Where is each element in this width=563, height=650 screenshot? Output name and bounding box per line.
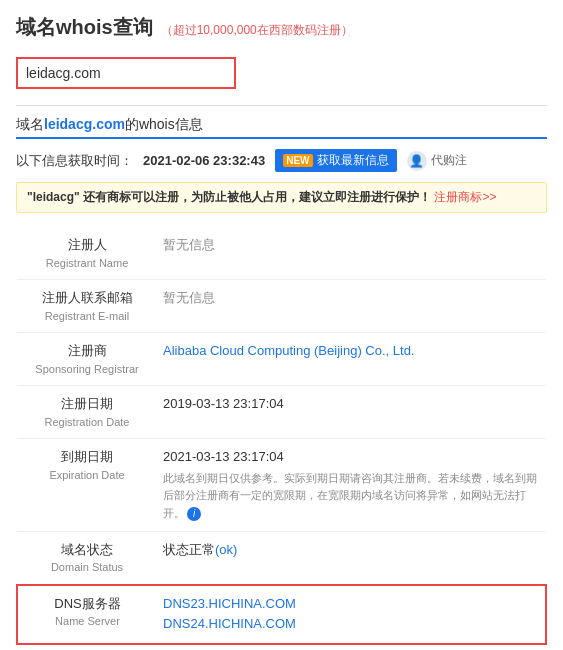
row-label: DNS服务器Name Server bbox=[17, 585, 157, 645]
row-value: 暂无信息 bbox=[157, 227, 546, 280]
table-row: 域名状态Domain Status状态正常(ok) bbox=[17, 531, 546, 585]
get-latest-btn[interactable]: NEW 获取最新信息 bbox=[275, 149, 396, 172]
table-row: 注册商Sponsoring RegistrarAlibaba Cloud Com… bbox=[17, 333, 546, 386]
row-label: 注册人Registrant Name bbox=[17, 227, 157, 280]
dns-link[interactable]: DNS23.HICHINA.COM bbox=[163, 594, 539, 615]
page-container: 域名whois查询 （超过10,000,000在西部数码注册） 域名leidac… bbox=[0, 0, 563, 650]
registrar-link[interactable]: Alibaba Cloud Computing (Beijing) Co., L… bbox=[163, 343, 414, 358]
info-icon[interactable]: i bbox=[187, 507, 201, 521]
table-row: 注册人Registrant Name暂无信息 bbox=[17, 227, 546, 280]
agent-row[interactable]: 👤 代购注 bbox=[407, 151, 467, 171]
new-badge: NEW bbox=[283, 154, 312, 167]
row-label: 注册日期Registration Date bbox=[17, 386, 157, 439]
trademark-text: "leidacg" 还有商标可以注册，为防止被他人占用，建议立即注册进行保护！ bbox=[27, 190, 431, 204]
expiry-note: 此域名到期日仅供参考。实际到期日期请咨询其注册商。若未续费，域名到期后部分注册商… bbox=[163, 470, 540, 523]
get-latest-label: 获取最新信息 bbox=[317, 152, 389, 169]
divider bbox=[16, 105, 547, 106]
search-input[interactable] bbox=[26, 65, 226, 81]
search-box[interactable] bbox=[16, 57, 236, 89]
trademark-link[interactable]: 注册商标>> bbox=[434, 190, 496, 204]
fetch-time: 2021-02-06 23:32:43 bbox=[143, 153, 265, 168]
whois-table: 注册人Registrant Name暂无信息注册人联系邮箱Registrant … bbox=[16, 227, 547, 645]
section-title: 域名leidacg.com的whois信息 bbox=[16, 116, 547, 139]
row-value: DNS23.HICHINA.COMDNS24.HICHINA.COM bbox=[157, 585, 546, 645]
status-ok: (ok) bbox=[215, 542, 237, 557]
dns-link[interactable]: DNS24.HICHINA.COM bbox=[163, 614, 539, 635]
row-value: 2021-03-13 23:17:04此域名到期日仅供参考。实际到期日期请咨询其… bbox=[157, 439, 546, 532]
title-row: 域名whois查询 （超过10,000,000在西部数码注册） bbox=[16, 14, 547, 41]
row-value: Alibaba Cloud Computing (Beijing) Co., L… bbox=[157, 333, 546, 386]
page-title: 域名whois查询 bbox=[16, 14, 153, 41]
row-label: 域名状态Domain Status bbox=[17, 531, 157, 585]
agent-icon: 👤 bbox=[407, 151, 427, 171]
fetch-label: 以下信息获取时间： bbox=[16, 152, 133, 170]
row-value: 状态正常(ok) bbox=[157, 531, 546, 585]
agent-label: 代购注 bbox=[431, 152, 467, 169]
fetch-row: 以下信息获取时间： 2021-02-06 23:32:43 NEW 获取最新信息… bbox=[16, 149, 547, 172]
trademark-banner: "leidacg" 还有商标可以注册，为防止被他人占用，建议立即注册进行保护！ … bbox=[16, 182, 547, 213]
row-label: 注册人联系邮箱Registrant E-mail bbox=[17, 280, 157, 333]
row-value: 2019-03-13 23:17:04 bbox=[157, 386, 546, 439]
section-title-prefix: 域名 bbox=[16, 116, 44, 132]
table-row: 注册日期Registration Date2019-03-13 23:17:04 bbox=[17, 386, 546, 439]
table-row: 到期日期Expiration Date2021-03-13 23:17:04此域… bbox=[17, 439, 546, 532]
table-row: 注册人联系邮箱Registrant E-mail暂无信息 bbox=[17, 280, 546, 333]
table-row: DNS服务器Name ServerDNS23.HICHINA.COMDNS24.… bbox=[17, 585, 546, 645]
row-label: 注册商Sponsoring Registrar bbox=[17, 333, 157, 386]
section-title-suffix: 的whois信息 bbox=[125, 116, 203, 132]
section-domain: leidacg.com bbox=[44, 116, 125, 132]
page-subtitle: （超过10,000,000在西部数码注册） bbox=[161, 22, 353, 39]
row-value: 暂无信息 bbox=[157, 280, 546, 333]
status-text: 状态正常 bbox=[163, 542, 215, 557]
row-label: 到期日期Expiration Date bbox=[17, 439, 157, 532]
